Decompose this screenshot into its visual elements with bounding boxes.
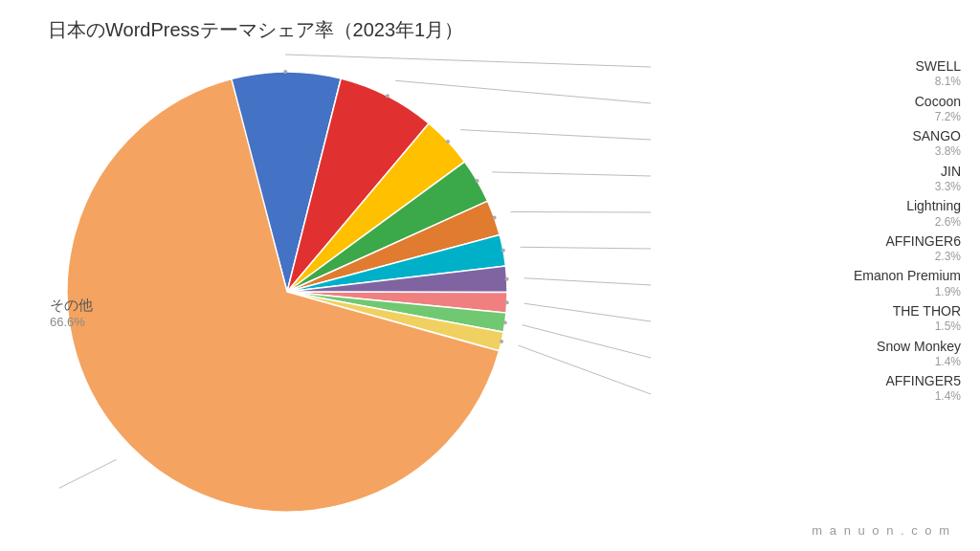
legend-item: Snow Monkey1.4% (854, 338, 961, 369)
legend-item: Cocoon7.2% (854, 93, 961, 124)
pie-chart (0, 38, 670, 536)
legend-item: SWELL8.1% (854, 57, 961, 89)
svg-point-1 (386, 94, 390, 98)
legend-item: AFFINGER62.3% (854, 232, 961, 264)
svg-point-8 (503, 320, 507, 324)
other-label: その他 66.6% (50, 297, 93, 329)
svg-point-3 (476, 179, 479, 183)
svg-point-7 (505, 300, 509, 304)
legend-item: AFFINGER51.4% (854, 372, 961, 404)
svg-point-9 (500, 340, 503, 343)
legend-item: SANGO3.8% (854, 127, 961, 159)
watermark: m a n u o n . c o m (812, 523, 951, 538)
svg-point-5 (501, 249, 505, 253)
legend-item: Lightning2.6% (854, 197, 961, 229)
legend: SWELL8.1%Cocoon7.2%SANGO3.8%JIN3.3%Light… (854, 57, 961, 404)
legend-item: Emanon Premium1.9% (854, 267, 961, 298)
chart-container: 日本のWordPressテーマシェア率（2023年1月） その他 66.6% S… (0, 0, 980, 551)
svg-point-4 (493, 216, 497, 220)
svg-point-2 (446, 140, 450, 143)
legend-item: THE THOR1.5% (854, 302, 961, 334)
svg-point-0 (283, 70, 287, 74)
legend-item: JIN3.3% (854, 163, 961, 194)
svg-point-6 (505, 277, 509, 281)
